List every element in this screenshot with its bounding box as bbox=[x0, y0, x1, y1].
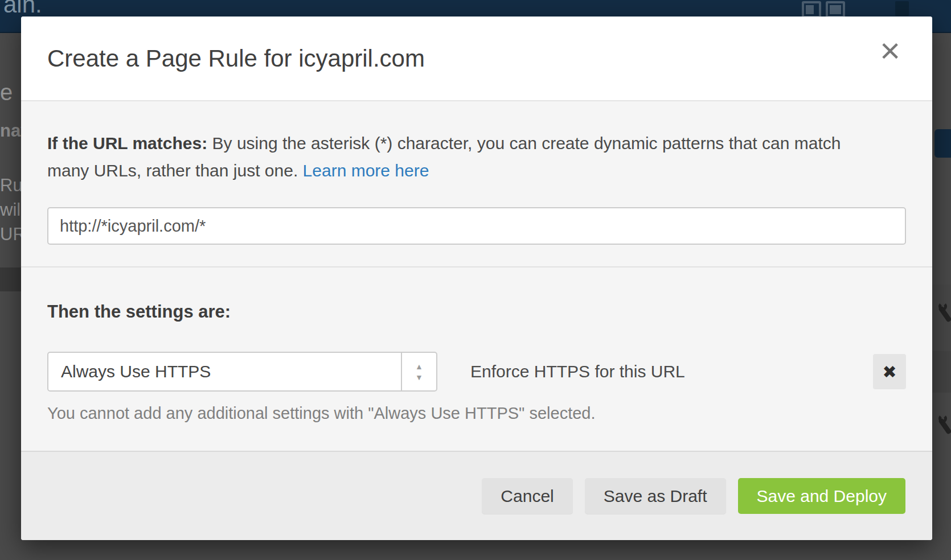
setting-select-value: Always Use HTTPS bbox=[48, 353, 401, 390]
screen: ain. e nav Ru will UR Create a Page Rule… bbox=[0, 0, 951, 560]
backdrop-text-fragment: will bbox=[0, 200, 21, 220]
setting-description: Enforce HTTPS for this URL bbox=[470, 362, 685, 381]
url-pattern-input[interactable] bbox=[47, 207, 906, 245]
backdrop-row-fragment bbox=[932, 351, 951, 393]
setting-helper-text: You cannot add any additional settings w… bbox=[47, 404, 906, 423]
apps-grid-icon bbox=[802, 1, 847, 18]
chevron-down-icon: ▼ bbox=[415, 373, 423, 381]
wrench-icon bbox=[937, 414, 951, 437]
backdrop-text-fragment: e bbox=[0, 80, 21, 105]
backdrop-button-fragment bbox=[934, 129, 951, 158]
url-match-desc-line2: many URLs, rather than just one. bbox=[47, 161, 298, 180]
close-icon[interactable]: × bbox=[872, 32, 908, 69]
chevron-up-icon: ▲ bbox=[415, 363, 423, 370]
settings-section: Then the settings are: Always Use HTTPS … bbox=[21, 267, 932, 423]
remove-setting-button[interactable]: ✖ bbox=[873, 354, 906, 389]
backdrop-domain-text: ain. bbox=[3, 0, 42, 18]
setting-row: Always Use HTTPS ▲ ▼ Enforce HTTPS for t… bbox=[47, 352, 906, 392]
create-page-rule-modal: Create a Page Rule for icyapril.com × If… bbox=[21, 17, 932, 540]
save-as-draft-button[interactable]: Save as Draft bbox=[585, 478, 726, 514]
backdrop-text-fragment: nav bbox=[0, 121, 21, 141]
url-match-label: If the URL matches: bbox=[47, 134, 207, 153]
backdrop-text-fragment: Ru bbox=[0, 175, 21, 196]
hidden-navbar-icon-fragment bbox=[895, 1, 909, 16]
setting-select[interactable]: Always Use HTTPS ▲ ▼ bbox=[47, 352, 437, 392]
url-match-desc-line1: By using the asterisk (*) character, you… bbox=[212, 134, 841, 153]
select-stepper-icon[interactable]: ▲ ▼ bbox=[401, 353, 436, 390]
save-and-deploy-button[interactable]: Save and Deploy bbox=[738, 478, 906, 514]
modal-title: Create a Page Rule for icyapril.com bbox=[47, 45, 425, 72]
cancel-button[interactable]: Cancel bbox=[482, 478, 572, 514]
url-match-section: If the URL matches:By using the asterisk… bbox=[21, 101, 932, 267]
settings-heading: Then the settings are: bbox=[47, 302, 906, 322]
modal-footer: Cancel Save as Draft Save and Deploy bbox=[21, 451, 932, 540]
backdrop-table-header-fragment bbox=[0, 267, 21, 291]
wrench-icon bbox=[937, 302, 951, 325]
backdrop-text-fragment: UR bbox=[0, 224, 21, 245]
learn-more-link[interactable]: Learn more here bbox=[303, 161, 429, 180]
url-match-description: If the URL matches:By using the asterisk… bbox=[47, 130, 906, 184]
delete-x-icon: ✖ bbox=[882, 362, 896, 382]
modal-titlebar: Create a Page Rule for icyapril.com × bbox=[21, 17, 932, 101]
